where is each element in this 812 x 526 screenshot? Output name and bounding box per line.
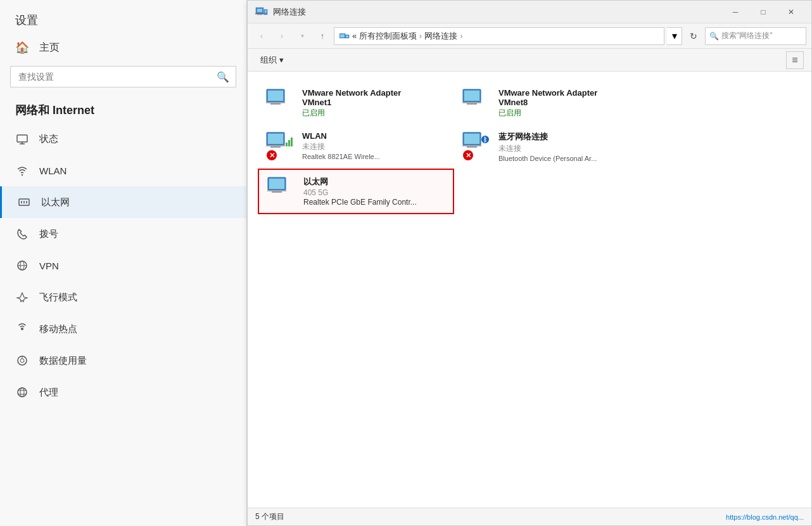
url-hint: https://blog.csdn.net/qq... [726,513,804,521]
hotspot-icon [15,322,29,336]
vmnet1-icon [265,88,296,119]
maximize-button[interactable]: □ [751,3,776,21]
vmnet1-name-line1: VMware Network Adapter [302,88,401,98]
sidebar-item-airplane[interactable]: 飞行模式 [0,281,246,313]
wlan-adapter: Realtek 8821AE Wirele... [302,153,380,160]
svg-rect-22 [257,14,262,15]
organize-arrow: ▾ [279,55,284,65]
ethernet-adapter: Realtek PCIe GbE Family Contr... [303,198,417,207]
sidebar-item-data-usage[interactable]: 数据使用量 [0,345,246,376]
svg-point-11 [21,328,23,330]
vmnet1-name-line2: VMnet1 [302,98,401,107]
path-icon [339,31,352,41]
home-nav-item[interactable]: 🏠 主页 [0,34,246,61]
status-label: 状态 [39,133,58,145]
ethernet-icon [17,195,31,209]
sidebar-item-vpn[interactable]: VPN [0,250,246,281]
svg-rect-30 [268,91,283,101]
svg-rect-35 [462,102,481,103]
svg-point-15 [18,388,27,397]
forward-button[interactable]: › [273,27,291,45]
vmnet1-info: VMware Network Adapter VMnet1 已启用 [302,88,401,119]
item-count: 5 个项目 [255,511,284,522]
svg-rect-42 [288,140,290,146]
bluetooth-status: 未连接 [498,143,597,154]
search-bar[interactable]: 🔍 搜索"网络连接" [705,27,806,45]
sidebar-item-proxy[interactable]: 代理 [0,376,246,408]
sidebar-item-status[interactable]: 状态 [0,123,246,155]
up-button[interactable]: ↑ [314,27,331,45]
svg-rect-52 [267,190,286,191]
refresh-button[interactable]: ↻ [685,27,702,45]
organize-button[interactable]: 组织 ▾ [255,52,289,68]
content-area: VMware Network Adapter VMnet1 已启用 VMwa [248,72,811,508]
wlan-info: WLAN 未连接 Realtek 8821AE Wirele... [302,131,380,160]
sidebar-item-ethernet[interactable]: 以太网 [0,186,246,218]
minimize-button[interactable]: ─ [723,3,748,21]
hotspot-label: 移动热点 [39,323,77,335]
status-icon [15,132,29,146]
svg-rect-41 [286,143,288,146]
path-sep2: › [460,31,462,41]
wlan-item-status: 未连接 [302,141,380,152]
svg-rect-0 [17,135,27,142]
svg-rect-46 [462,145,481,146]
svg-rect-20 [257,9,262,12]
window-controls: ─ □ ✕ [723,3,804,21]
airplane-icon [15,290,29,304]
sidebar-item-dialup[interactable]: 拨号 [0,218,246,250]
close-button[interactable]: ✕ [778,3,804,21]
svg-rect-45 [464,134,479,144]
svg-rect-43 [291,138,293,146]
window-icon [255,7,268,17]
svg-rect-53 [272,191,282,193]
network-item-vmnet1[interactable]: VMware Network Adapter VMnet1 已启用 [258,82,454,125]
network-window: 网络连接 ─ □ ✕ ‹ › ▾ ↑ « 所有控制面板项 › 网络连接 › [247,0,812,526]
bluetooth-x-overlay: ✕ [463,150,473,160]
sidebar-item-wlan[interactable]: WLAN [0,155,246,186]
svg-rect-24 [265,10,267,13]
svg-rect-21 [255,13,264,15]
search-box: 🔍 [10,66,236,87]
ethernet-item-icon [267,176,297,207]
vmnet8-icon [462,88,492,119]
network-item-vmnet8[interactable]: VMware Network Adapter VMnet8 已启用 [454,82,650,125]
back-button[interactable]: ‹ [253,27,270,45]
ethernet-item-name: 以太网 [303,176,417,188]
search-icon[interactable]: 🔍 [210,67,236,87]
wlan-item-icon: ✕ [265,131,296,162]
organize-label: 组织 [260,55,277,66]
sidebar-item-hotspot[interactable]: 移动热点 [0,313,246,345]
section-title: 网络和 Internet [0,93,246,123]
home-label: 主页 [39,41,60,55]
data-usage-label: 数据使用量 [39,355,87,367]
bluetooth-icon: ᛒ ✕ [462,131,492,162]
bluetooth-name: 蓝牙网络连接 [498,131,597,143]
ethernet-label: 以太网 [41,196,70,208]
path-dropdown[interactable]: ▾ [667,27,682,45]
view-button[interactable]: ≡ [786,51,804,69]
data-usage-icon [15,354,29,368]
svg-rect-34 [464,91,479,101]
bluetooth-info: 蓝牙网络连接 未连接 Bluetooth Device (Personal Ar… [498,131,597,162]
svg-rect-51 [269,179,284,189]
search-input[interactable] [11,67,210,87]
network-item-bluetooth[interactable]: ᛒ ✕ 蓝牙网络连接 未连接 Bluetooth Device (Persona… [454,125,650,169]
status-bar: 5 个项目 https://blog.csdn.net/qq... [248,508,811,525]
dialup-label: 拨号 [39,228,58,240]
network-item-wlan[interactable]: ✕ WLAN 未连接 Realtek 8821AE Wirele... [258,125,454,169]
network-item-ethernet[interactable]: 以太网 405 5G Realtek PCIe GbE Family Contr… [258,169,454,214]
vmnet8-name-line1: VMware Network Adapter [498,88,597,98]
address-path[interactable]: « 所有控制面板项 › 网络连接 › [334,27,664,45]
vpn-label: VPN [39,260,59,271]
svg-point-3 [22,174,23,176]
window-titlebar: 网络连接 ─ □ ✕ [248,1,811,23]
ethernet-info: 以太网 405 5G Realtek PCIe GbE Family Contr… [303,176,417,207]
settings-panel: 设置 🏠 主页 🔍 网络和 Internet 状态 WLAN 以太网 拨号 [0,0,247,526]
svg-rect-36 [467,103,477,105]
svg-rect-47 [467,146,477,148]
svg-rect-38 [268,134,283,144]
down-arrow-button[interactable]: ▾ [293,27,311,45]
svg-rect-31 [266,102,285,103]
vpn-icon [15,259,29,273]
